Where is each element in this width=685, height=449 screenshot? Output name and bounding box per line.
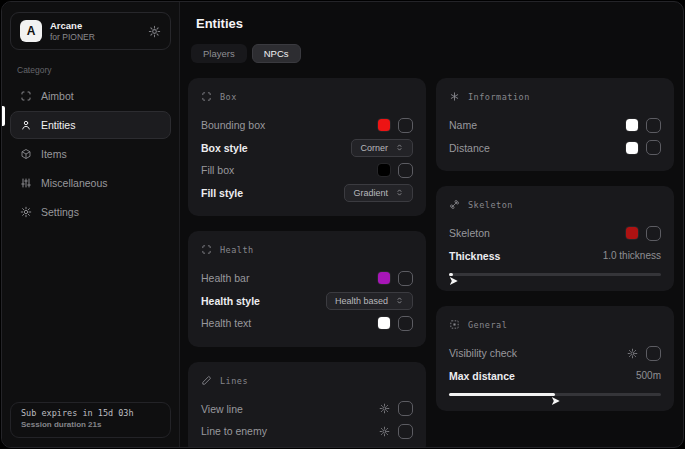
visibility-config-gear-icon[interactable] (627, 348, 638, 359)
row-visibility-check: Visibility check (449, 342, 661, 365)
health-text-checkbox[interactable] (398, 316, 413, 331)
distance-checkbox[interactable] (646, 140, 661, 155)
card-header-label: Skeleton (468, 200, 513, 210)
card-header-label: General (468, 320, 507, 330)
row-fill-style: Fill style Gradient (201, 182, 413, 205)
sidebar-item-label: Entities (41, 119, 75, 131)
sidebar-item-entities[interactable]: Entities (10, 111, 171, 139)
pencil-icon (201, 372, 212, 390)
row-name: Name (449, 114, 661, 137)
brand-card: A Arcane for PIONER (10, 12, 171, 50)
user-icon (20, 119, 32, 131)
sidebar-item-settings[interactable]: Settings (10, 198, 171, 226)
row-health-text: Health text (201, 312, 413, 335)
card-lines: Lines View line Line to enemy (188, 362, 426, 449)
card-header-label: Information (468, 92, 530, 102)
max-distance-slider[interactable] (449, 390, 661, 399)
health-style-dropdown[interactable]: Health based (326, 292, 413, 310)
unfold-icon (395, 188, 404, 197)
bounding-box-checkbox[interactable] (398, 118, 413, 133)
row-box-style: Box style Corner (201, 137, 413, 160)
tab-npcs[interactable]: NPCs (252, 44, 301, 63)
card-general: General Visibility check Max distance 50… (436, 306, 674, 411)
tab-bar: Players NPCs (191, 44, 674, 63)
sidebar-item-label: Miscellaneous (41, 177, 108, 189)
sidebar-item-label: Settings (41, 206, 79, 218)
main-panel: Entities Players NPCs Box Bounding box (180, 2, 684, 447)
settings-gear-icon[interactable] (148, 25, 161, 38)
brand-title: Arcane (50, 20, 140, 32)
row-health-style: Health style Health based (201, 290, 413, 313)
sidebar-item-label: Items (41, 148, 67, 160)
sub-expiry-text: Sub expires in 15d 03h (21, 408, 160, 418)
right-column: Information Name Distance (436, 78, 674, 448)
card-skeleton: Skeleton Skeleton Thickness 1.0 thicknes… (436, 186, 674, 291)
unfold-icon (395, 143, 404, 152)
thickness-value: 1.0 thickness (603, 250, 661, 261)
crosshair-scan-icon (20, 90, 32, 102)
visibility-check-checkbox[interactable] (646, 346, 661, 361)
left-column: Box Bounding box Box style Corner (188, 78, 426, 448)
row-health-bar: Health bar (201, 267, 413, 290)
row-line-to-enemy: Line to enemy (201, 420, 413, 443)
session-duration-text: Session duration 21s (21, 420, 160, 429)
view-line-checkbox[interactable] (398, 401, 413, 416)
card-header-label: Health (220, 245, 254, 255)
color-swatch[interactable] (378, 119, 390, 131)
row-thickness: Thickness 1.0 thickness (449, 245, 661, 268)
color-swatch[interactable] (626, 227, 638, 239)
subscription-info: Sub expires in 15d 03h Session duration … (10, 402, 171, 438)
card-header-label: Box (220, 92, 237, 102)
page-title: Entities (196, 16, 674, 31)
color-swatch[interactable] (378, 164, 390, 176)
card-header-label: Lines (220, 376, 248, 386)
category-label: Category (17, 65, 171, 75)
max-distance-value: 500m (636, 370, 661, 381)
view-line-config-gear-icon[interactable] (379, 403, 390, 414)
app-window: A Arcane for PIONER Category Aimbot Enti… (1, 1, 684, 448)
row-distance: Distance (449, 137, 661, 160)
dashed-box-icon (449, 316, 460, 334)
fill-style-dropdown[interactable]: Gradient (344, 184, 413, 202)
color-swatch[interactable] (378, 317, 390, 329)
card-box: Box Bounding box Box style Corner (188, 78, 426, 216)
line-to-enemy-config-gear-icon[interactable] (379, 426, 390, 437)
slider-handle[interactable] (552, 391, 560, 409)
brand-logo: A (20, 20, 42, 42)
skeleton-checkbox[interactable] (646, 226, 661, 241)
row-bounding-box: Bounding box (201, 114, 413, 137)
box-scan-icon (201, 88, 212, 106)
unfold-icon (395, 296, 404, 305)
card-health: Health Health bar Health style Health ba… (188, 231, 426, 347)
color-swatch[interactable] (626, 119, 638, 131)
line-to-enemy-checkbox[interactable] (398, 424, 413, 439)
bone-icon (449, 196, 460, 214)
row-skeleton: Skeleton (449, 222, 661, 245)
name-checkbox[interactable] (646, 118, 661, 133)
health-bar-checkbox[interactable] (398, 271, 413, 286)
slider-handle[interactable] (450, 271, 458, 289)
sidebar-item-items[interactable]: Items (10, 140, 171, 168)
health-scan-icon (201, 241, 212, 259)
sidebar: A Arcane for PIONER Category Aimbot Enti… (2, 2, 180, 447)
tab-players[interactable]: Players (191, 44, 247, 63)
row-view-line: View line (201, 398, 413, 421)
row-fill-box: Fill box (201, 159, 413, 182)
package-icon (20, 148, 32, 160)
gear-icon (20, 206, 32, 218)
sliders-icon (20, 177, 32, 189)
brand-subtitle: for PIONER (50, 32, 140, 43)
box-style-dropdown[interactable]: Corner (351, 139, 413, 157)
sidebar-item-aimbot[interactable]: Aimbot (10, 82, 171, 110)
row-max-distance: Max distance 500m (449, 365, 661, 388)
active-nav-indicator (2, 106, 5, 126)
sidebar-item-label: Aimbot (41, 90, 74, 102)
sidebar-item-miscellaneous[interactable]: Miscellaneous (10, 169, 171, 197)
asterisk-icon (449, 88, 460, 106)
card-information: Information Name Distance (436, 78, 674, 171)
thickness-slider[interactable] (449, 270, 661, 279)
fill-box-checkbox[interactable] (398, 163, 413, 178)
color-swatch[interactable] (378, 272, 390, 284)
color-swatch[interactable] (626, 142, 638, 154)
